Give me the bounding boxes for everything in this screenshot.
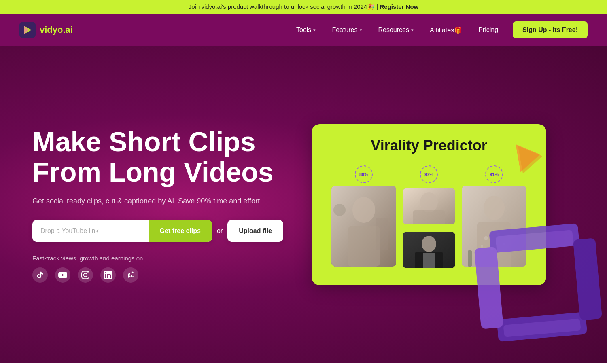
svg-rect-7: [376, 218, 388, 250]
virality-score-1: 89%: [355, 165, 373, 183]
svg-point-9: [420, 192, 438, 212]
svg-point-12: [422, 236, 436, 252]
logo-icon: [19, 22, 36, 38]
tiktok-icon[interactable]: [32, 267, 48, 283]
get-free-clips-button[interactable]: Get free clips: [149, 220, 212, 242]
nav-item-affiliates[interactable]: Affiliates🎁: [422, 23, 470, 37]
nav-item-features[interactable]: Features ▾: [324, 23, 370, 37]
banner-cta[interactable]: Register Now: [380, 3, 418, 10]
navbar: vidyo.ai Tools ▾ Features ▾ Resources ▾ …: [0, 14, 607, 46]
youtube-icon[interactable]: [55, 267, 70, 283]
linkedin-icon[interactable]: [100, 267, 116, 283]
hero-subtitle: Get social ready clips, cut & captioned …: [32, 197, 283, 205]
virality-score-3: 91%: [485, 165, 503, 183]
signup-button[interactable]: Sign Up - Its Free!: [513, 21, 588, 38]
nav-item-pricing[interactable]: Pricing: [470, 23, 506, 37]
social-label: Fast-track views, growth and earnings on: [32, 255, 283, 262]
hero-title: Make Short Clips From Long Videos: [32, 127, 283, 187]
hero-left: Make Short Clips From Long Videos Get so…: [32, 127, 283, 283]
thumbnail-sub-1: [403, 188, 455, 224]
video-thumb-2: 97%: [403, 165, 455, 227]
svg-rect-29: [474, 247, 503, 329]
or-divider: or: [217, 227, 223, 235]
youtube-link-input[interactable]: [32, 220, 149, 242]
video-thumb-3: [403, 232, 455, 271]
svg-point-6: [333, 204, 346, 216]
svg-point-16: [484, 196, 505, 220]
upload-file-button[interactable]: Upload file: [227, 220, 283, 242]
nav-item-resources[interactable]: Resources ▾: [370, 23, 422, 37]
hero-input-row: Get free clips or Upload file: [32, 220, 283, 242]
nav-item-tools[interactable]: Tools ▾: [288, 23, 324, 37]
svg-rect-10: [413, 210, 445, 224]
thumbnail-main-1: [331, 186, 396, 267]
top-banner: Join vidyo.ai's product walkthrough to u…: [0, 0, 607, 14]
social-icons: [32, 267, 283, 283]
svg-rect-14: [423, 253, 435, 268]
svg-point-4: [352, 197, 375, 223]
svg-rect-30: [573, 238, 602, 320]
chevron-down-icon: ▾: [411, 28, 414, 33]
chevron-down-icon: ▾: [360, 28, 362, 33]
nav-links: Tools ▾ Features ▾ Resources ▾ Affiliate…: [288, 21, 588, 38]
video-thumb-1: 89%: [331, 165, 396, 267]
orange-arrow-decoration: [514, 140, 542, 174]
purple-3d-decoration: [469, 219, 607, 350]
virality-score-2: 97%: [420, 165, 438, 183]
thumbnail-sub-2: [403, 232, 455, 268]
social-section: Fast-track views, growth and earnings on: [32, 255, 283, 283]
hero-section: Make Short Clips From Long Videos Get so…: [0, 46, 607, 363]
virality-title: Virality Predictor: [326, 137, 532, 154]
instagram-icon[interactable]: [78, 267, 93, 283]
meta-icon[interactable]: [123, 267, 138, 283]
svg-rect-5: [348, 226, 380, 267]
chevron-down-icon: ▾: [313, 28, 316, 33]
video-sub-col: 97%: [403, 165, 455, 271]
url-input-group: Get free clips: [32, 220, 212, 242]
hero-right: Virality Predictor 89%: [283, 124, 575, 285]
logo[interactable]: vidyo.ai: [19, 22, 73, 38]
logo-text: vidyo.ai: [40, 25, 73, 35]
nav-item-signup[interactable]: Sign Up - Its Free!: [506, 21, 588, 38]
banner-text: Join vidyo.ai's product walkthrough to u…: [189, 3, 378, 10]
